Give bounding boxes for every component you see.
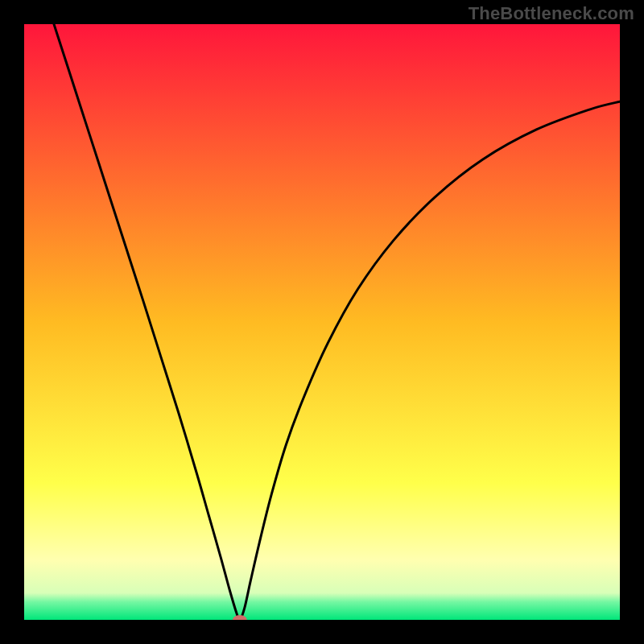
bottleneck-chart xyxy=(24,24,620,620)
watermark-text: TheBottleneck.com xyxy=(469,3,634,24)
chart-frame: TheBottleneck.com xyxy=(0,0,644,644)
gradient-background xyxy=(24,24,620,620)
plot-area xyxy=(24,24,620,620)
